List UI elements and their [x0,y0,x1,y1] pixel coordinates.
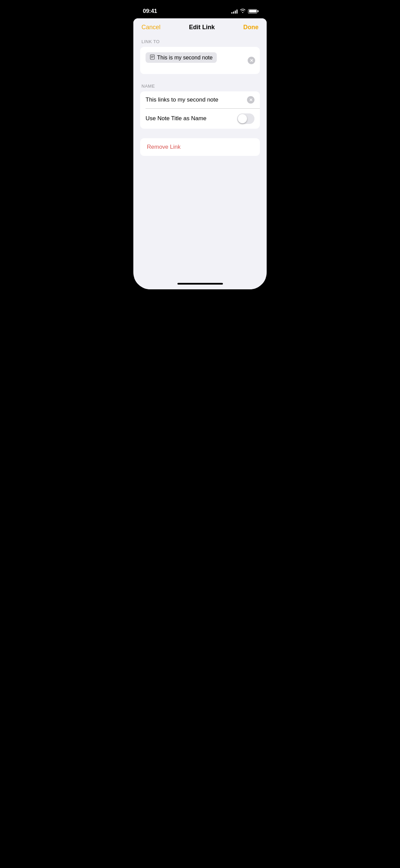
home-bar [177,283,223,285]
signal-bars-icon [231,9,237,14]
cancel-button[interactable]: Cancel [141,24,160,31]
note-chip[interactable]: This is my second note [146,52,217,63]
use-note-title-toggle[interactable] [237,113,254,124]
signal-bar-1 [231,12,232,14]
link-to-card: This is my second note ✕ [140,47,260,74]
remove-link-label: Remove Link [147,144,180,150]
phone-frame: 09:41 Cancel Edit Li [133,0,267,289]
clear-name-icon: ✕ [249,98,253,102]
nav-bar: Cancel Edit Link Done [133,18,267,34]
name-label: NAME [140,84,260,89]
status-icons [231,8,257,14]
battery-fill [249,10,256,13]
wifi-icon [240,8,246,14]
signal-bar-3 [235,11,236,14]
home-indicator [133,278,267,289]
done-button[interactable]: Done [243,24,259,31]
name-row: This links to my second note ✕ [140,91,260,108]
name-section: NAME This links to my second note ✕ Use … [140,84,260,129]
clear-link-button[interactable]: ✕ [248,57,255,64]
toggle-knob [238,114,247,123]
link-to-section: LINK TO This is my second note [140,39,260,74]
page-title: Edit Link [189,24,215,31]
signal-bar-4 [236,10,237,14]
clear-name-button[interactable]: ✕ [247,96,254,104]
note-chip-text: This is my second note [157,55,213,61]
status-time: 09:41 [143,8,157,15]
content-area: Cancel Edit Link Done LINK TO [133,18,267,289]
note-chip-icon [150,54,155,61]
clear-icon: ✕ [250,58,253,63]
name-input[interactable]: This links to my second note [146,96,247,103]
signal-bar-2 [233,12,234,14]
link-to-label: LINK TO [140,39,260,44]
remove-link-button[interactable]: Remove Link [140,138,260,156]
battery-icon [248,9,257,14]
toggle-row: Use Note Title as Name [140,109,260,129]
scroll-content: LINK TO This is my second note [133,34,267,278]
status-bar: 09:41 [133,0,267,18]
name-card: This links to my second note ✕ Use Note … [140,91,260,129]
toggle-label: Use Note Title as Name [146,115,207,122]
